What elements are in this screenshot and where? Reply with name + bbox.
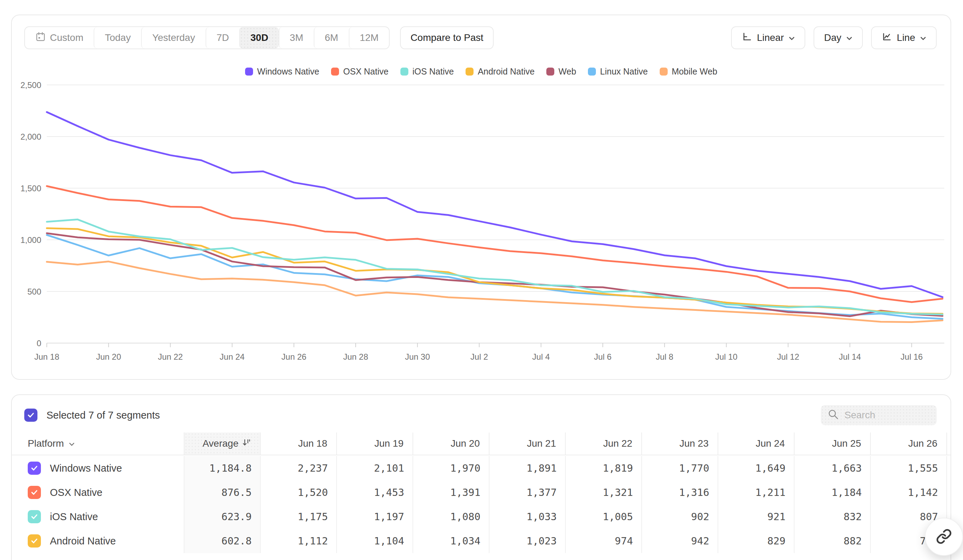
value-cell: 1,034 (413, 529, 490, 553)
column-header-jun-25[interactable]: Jun 25 (794, 432, 871, 455)
value-cell: 1,891 (490, 456, 566, 480)
row-checkbox[interactable] (28, 510, 41, 523)
value-cell: 1,197 (337, 505, 413, 529)
platform-label: Windows Native (50, 463, 122, 474)
selected-summary: Selected 7 of 7 segments (47, 409, 160, 421)
average-cell: 876.5 (185, 480, 261, 505)
table-row: Windows Native1,184.82,2372,1011,9701,89… (12, 456, 950, 480)
value-cell: 902 (642, 505, 718, 529)
value-cell: 1,321 (566, 480, 642, 505)
range-option-12m[interactable]: 12M (349, 27, 389, 49)
y-axis-label: 1,500 (21, 184, 41, 193)
chevron-down-icon (920, 32, 926, 43)
column-header-label: Jun 18 (298, 438, 327, 449)
range-option-7d[interactable]: 7D (206, 27, 240, 49)
column-header-jun-24[interactable]: Jun 24 (718, 432, 794, 455)
table-header-bar: Selected 7 of 7 segments (24, 404, 937, 426)
link-icon (936, 528, 952, 545)
compare-to-past-button[interactable]: Compare to Past (400, 26, 494, 49)
range-option-label: 7D (217, 32, 229, 43)
x-axis-label: Jul 16 (901, 352, 923, 361)
column-header-jun-21[interactable]: Jun 21 (490, 432, 566, 455)
search-input[interactable] (845, 409, 924, 421)
calendar-icon (36, 32, 46, 44)
range-option-today[interactable]: Today (94, 27, 141, 49)
value-cell: 1,663 (794, 456, 871, 480)
range-option-yesterday[interactable]: Yesterday (141, 27, 206, 49)
column-header-average[interactable]: Average (185, 432, 261, 455)
column-header-jun-26[interactable]: Jun 26 (871, 432, 947, 455)
value-cell: 1,211 (718, 480, 794, 505)
column-header-label: Jun 20 (451, 438, 480, 449)
column-header-label: Average (203, 438, 238, 449)
value-cell: 1,175 (261, 505, 337, 529)
range-option-3m[interactable]: 3M (279, 27, 314, 49)
value-cell: 1,112 (261, 529, 337, 553)
select-all-checkbox[interactable] (24, 409, 37, 422)
scale-dropdown[interactable]: Linear (731, 26, 805, 49)
value-cell: 829 (718, 529, 794, 553)
search-box[interactable] (821, 405, 937, 425)
column-header-jun-23[interactable]: Jun 23 (642, 432, 718, 455)
column-header-jun-19[interactable]: Jun 19 (337, 432, 413, 455)
line-chart[interactable]: 05001,0001,5002,0002,500Jun 18Jun 20Jun … (12, 74, 952, 379)
value-cell: 1,316 (642, 480, 718, 505)
column-header-jun-18[interactable]: Jun 18 (261, 432, 337, 455)
search-icon (828, 409, 839, 421)
x-axis-label: Jul 10 (715, 352, 737, 361)
x-axis-label: Jul 14 (839, 352, 861, 361)
row-checkbox[interactable] (28, 534, 41, 547)
row-checkbox[interactable] (28, 486, 41, 499)
x-axis-label: Jul 2 (470, 352, 488, 361)
column-header-label: Platform (28, 438, 64, 449)
chevron-down-icon (846, 32, 853, 43)
line-chart-icon (882, 32, 892, 44)
y-axis-label: 2,000 (21, 132, 41, 141)
share-link-fab[interactable] (925, 518, 963, 556)
value-cell: 2,237 (261, 456, 337, 480)
y-axis-label: 2,500 (21, 80, 41, 90)
value-cell: 1,391 (413, 480, 490, 505)
value-cell: 1,184 (794, 480, 871, 505)
chart-card: CustomTodayYesterday7D30D3M6M12M Compare… (11, 15, 951, 380)
value-cell: 942 (642, 529, 718, 553)
platform-label: iOS Native (50, 511, 98, 523)
value-cell: 1,453 (337, 480, 413, 505)
average-cell: 623.9 (185, 505, 261, 529)
range-option-30d[interactable]: 30D (239, 27, 278, 49)
date-range-selector: CustomTodayYesterday7D30D3M6M12M (24, 26, 390, 49)
table-row: iOS Native623.91,1751,1971,0801,0331,005… (12, 505, 950, 529)
value-cell: 921 (718, 505, 794, 529)
y-axis-label: 1,000 (21, 235, 41, 244)
range-option-label: Custom (50, 32, 83, 43)
chart-toolbar: CustomTodayYesterday7D30D3M6M12M Compare… (24, 26, 937, 49)
column-header-platform[interactable]: Platform (12, 432, 185, 455)
value-cell: 1,033 (490, 505, 566, 529)
chart-type-dropdown[interactable]: Line (871, 26, 937, 49)
table-row: Android Native602.81,1121,1041,0341,0239… (12, 529, 950, 553)
scale-label: Linear (757, 32, 784, 43)
value-cell: 1,104 (337, 529, 413, 553)
x-axis-label: Jun 28 (343, 352, 368, 361)
interval-dropdown[interactable]: Day (814, 26, 863, 49)
x-axis-label: Jun 20 (96, 352, 121, 361)
range-option-label: 3M (290, 32, 303, 43)
value-cell: 882 (794, 529, 871, 553)
sort-descending-icon (242, 438, 251, 450)
range-option-6m[interactable]: 6M (314, 27, 349, 49)
x-axis-label: Jun 22 (158, 352, 183, 361)
value-cell: 2,101 (337, 456, 413, 480)
value-cell: 1,377 (490, 480, 566, 505)
range-option-custom[interactable]: Custom (25, 27, 94, 49)
value-cell: 1,080 (413, 505, 490, 529)
value-cell: 1,142 (871, 480, 947, 505)
value-cell: 1,520 (261, 480, 337, 505)
range-option-label: Yesterday (152, 32, 195, 43)
column-header-jun-22[interactable]: Jun 22 (566, 432, 642, 455)
chevron-down-icon (69, 438, 75, 449)
table-body: Windows Native1,184.82,2372,1011,9701,89… (12, 456, 950, 553)
column-header-label: Jun 21 (527, 438, 556, 449)
platform-cell: OSX Native (12, 480, 185, 505)
row-checkbox[interactable] (28, 461, 41, 475)
column-header-jun-20[interactable]: Jun 20 (413, 432, 490, 455)
